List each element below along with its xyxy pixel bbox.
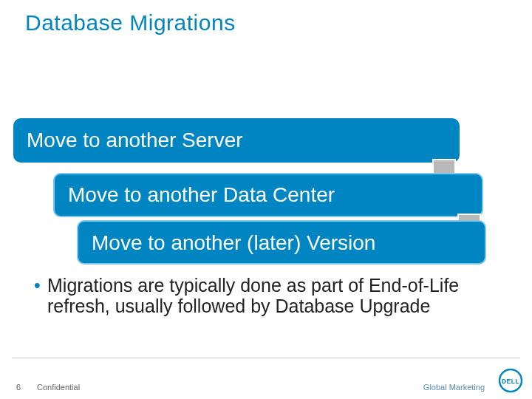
dell-logo-text: DELL xyxy=(502,378,519,385)
migration-box-datacenter: Move to another Data Center xyxy=(53,173,483,217)
dell-logo-icon: DELL xyxy=(498,368,523,396)
confidential-label: Confidential xyxy=(37,383,80,392)
migration-box-server-label: Move to another Server xyxy=(27,129,243,151)
global-marketing-label: Global Marketing xyxy=(423,383,485,392)
slide-title: Database Migrations xyxy=(25,10,236,35)
slide: Database Migrations Move to another Serv… xyxy=(0,0,532,399)
bullet-dot-icon: • xyxy=(34,275,41,296)
migration-box-version-label: Move to another (later) Version xyxy=(92,232,375,253)
bullet-item: • Migrations are typically done as part … xyxy=(47,275,498,316)
page-number: 6 xyxy=(16,383,21,392)
footer-rule xyxy=(12,358,520,380)
bullet-text: Migrations are typically done as part of… xyxy=(47,275,459,316)
migration-box-version: Move to another (later) Version xyxy=(77,220,486,265)
migration-box-datacenter-label: Move to another Data Center xyxy=(68,184,335,205)
migration-box-server: Move to another Server xyxy=(13,118,460,163)
